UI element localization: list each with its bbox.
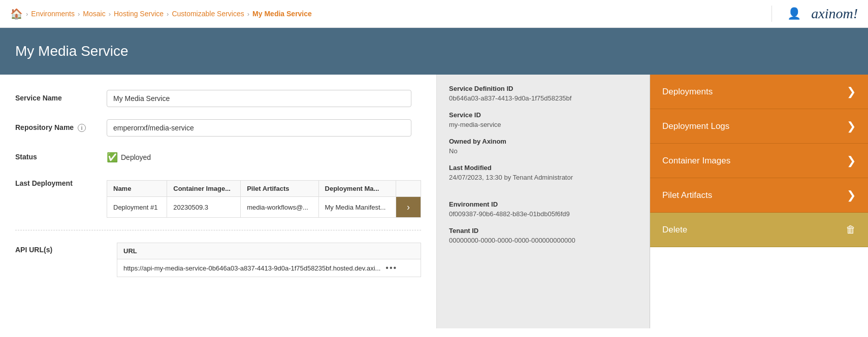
deployment-logs-arrow-icon: ❯: [847, 120, 856, 133]
page-header: My Media Service: [0, 28, 868, 75]
repository-name-row: Repository Name i: [15, 119, 421, 137]
api-url-row: https://api-my-media-service-0b646a03-a8…: [117, 259, 421, 277]
service-id-label: Service ID: [449, 111, 637, 119]
repository-info-icon[interactable]: i: [78, 124, 86, 132]
owned-by-axinom-block: Owned by Axinom No: [449, 138, 637, 155]
deployment-action-cell: ›: [396, 197, 421, 218]
breadcrumb-sep-3: ›: [167, 10, 169, 18]
api-section: API URL(s) URL https://api-my-media-serv…: [15, 243, 421, 277]
user-icon[interactable]: 👤: [787, 7, 801, 20]
last-deployment-label: Last Deployment: [15, 175, 107, 187]
deployments-label: Deployments: [662, 87, 713, 97]
service-definition-id-block: Service Definition ID 0b646a03-a837-4413…: [449, 85, 637, 102]
breadcrumb-my-media-service: My Media Service: [252, 10, 312, 18]
deployment-pilet: media-workflows@...: [241, 197, 318, 218]
api-label: API URL(s): [15, 243, 107, 254]
col-pilet-artifacts: Pilet Artifacts: [241, 181, 318, 197]
status-label: Status: [15, 149, 107, 161]
middle-panel: Service Definition ID 0b646a03-a837-4413…: [437, 75, 650, 328]
last-modified-label: Last Modified: [449, 164, 637, 172]
api-url-cell: https://api-my-media-service-0b646a03-a8…: [117, 259, 421, 277]
info-gap: [449, 190, 637, 200]
deployment-container: 20230509.3: [167, 197, 241, 218]
container-images-arrow-icon: ❯: [847, 154, 856, 167]
api-url-column-header: URL: [117, 243, 421, 259]
pilet-artifacts-arrow-icon: ❯: [847, 189, 856, 202]
status-text: Deployed: [121, 153, 151, 161]
service-definition-id-label: Service Definition ID: [449, 85, 637, 92]
breadcrumb-sep-1: ›: [78, 10, 80, 18]
api-url-text: https://api-my-media-service-0b646a03-a8…: [123, 264, 380, 272]
last-modified-value: 24/07/2023, 13:30 by Tenant Administrato…: [449, 174, 637, 181]
repository-name-input[interactable]: [107, 119, 411, 137]
col-name: Name: [107, 181, 167, 197]
container-images-label: Container Images: [662, 156, 730, 166]
brand-logo: axinom!: [811, 6, 858, 22]
deployment-name: Deployment #1: [107, 197, 167, 218]
deployment-logs-button[interactable]: Deployment Logs ❯: [650, 109, 868, 144]
main-content: Service Name Repository Name i Status ✅ …: [0, 75, 868, 328]
right-panel: Deployments ❯ Deployment Logs ❯ Containe…: [650, 75, 868, 328]
home-icon[interactable]: 🏠: [10, 8, 23, 20]
pilet-artifacts-label: Pilet Artifacts: [662, 190, 712, 200]
service-definition-id-value: 0b646a03-a837-4413-9d0a-1f75d58235bf: [449, 94, 637, 102]
top-nav: 🏠 › Environments › Mosaic › Hosting Serv…: [0, 0, 868, 28]
tenant-id-label: Tenant ID: [449, 227, 637, 234]
delete-label: Delete: [662, 225, 687, 235]
status-check-icon: ✅: [107, 152, 118, 163]
breadcrumb-sep-2: ›: [109, 10, 111, 18]
api-table-wrapper: URL https://api-my-media-service-0b646a0…: [117, 243, 421, 277]
deployments-arrow-icon: ❯: [847, 85, 856, 98]
tenant-id-block: Tenant ID 00000000-0000-0000-0000-000000…: [449, 227, 637, 244]
delete-button[interactable]: Delete 🗑: [650, 213, 868, 247]
breadcrumb-environments[interactable]: Environments: [31, 10, 75, 18]
deployment-logs-label: Deployment Logs: [662, 121, 729, 131]
repository-name-label: Repository Name i: [15, 119, 107, 132]
container-images-button[interactable]: Container Images ❯: [650, 144, 868, 178]
service-id-block: Service ID my-media-service: [449, 111, 637, 128]
pilet-artifacts-button[interactable]: Pilet Artifacts ❯: [650, 178, 868, 213]
deployment-table: Name Container Image... Pilet Artifacts …: [107, 180, 421, 218]
deployments-button[interactable]: Deployments ❯: [650, 75, 868, 109]
status-value: ✅ Deployed: [107, 149, 151, 163]
breadcrumb: 🏠 › Environments › Mosaic › Hosting Serv…: [10, 8, 771, 20]
table-row: Deployment #1 20230509.3 media-workflows…: [107, 197, 421, 218]
breadcrumb-customizable-services[interactable]: Customizable Services: [172, 10, 244, 18]
owned-by-axinom-label: Owned by Axinom: [449, 138, 637, 145]
service-name-input[interactable]: [107, 90, 411, 107]
trash-icon: 🗑: [846, 224, 856, 235]
last-modified-block: Last Modified 24/07/2023, 13:30 by Tenan…: [449, 164, 637, 181]
api-more-icon[interactable]: •••: [385, 263, 397, 273]
left-panel: Service Name Repository Name i Status ✅ …: [0, 75, 437, 328]
nav-right: 👤 axinom!: [771, 6, 858, 22]
deployment-arrow-button[interactable]: ›: [396, 197, 421, 217]
status-row: Status ✅ Deployed: [15, 149, 421, 163]
col-deployment-manifest: Deployment Ma...: [318, 181, 396, 197]
tenant-id-value: 00000000-0000-0000-0000-000000000000: [449, 237, 637, 244]
section-divider: [15, 230, 421, 230]
last-deployment-row: Last Deployment Name Container Image... …: [15, 175, 421, 218]
owned-by-axinom-value: No: [449, 147, 637, 155]
api-table: URL https://api-my-media-service-0b646a0…: [117, 243, 421, 277]
service-id-value: my-media-service: [449, 121, 637, 128]
service-name-label: Service Name: [15, 90, 107, 102]
page-title: My Media Service: [15, 43, 853, 59]
environment-id-label: Environment ID: [449, 200, 637, 208]
deployment-manifest: My Media Manifest...: [318, 197, 396, 218]
breadcrumb-sep-4: ›: [247, 10, 249, 18]
col-container-image: Container Image...: [167, 181, 241, 197]
col-action: [396, 181, 421, 197]
environment-id-value: 0f009387-90b6-4882-b83e-01bdb05f6fd9: [449, 210, 637, 218]
breadcrumb-hosting-service[interactable]: Hosting Service: [114, 10, 164, 18]
breadcrumb-mosaic[interactable]: Mosaic: [83, 10, 105, 18]
environment-id-block: Environment ID 0f009387-90b6-4882-b83e-0…: [449, 200, 637, 218]
service-name-row: Service Name: [15, 90, 421, 107]
breadcrumb-sep-0: ›: [26, 10, 28, 18]
